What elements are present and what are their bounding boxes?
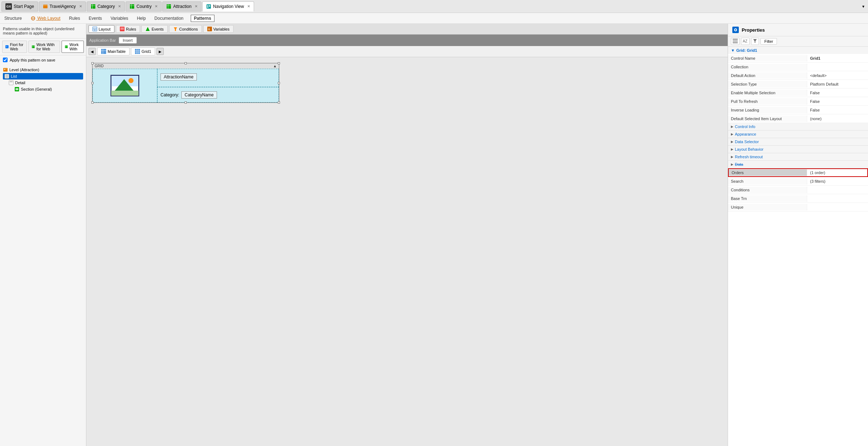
apply-save-checkbox[interactable] xyxy=(3,58,8,62)
tree-root[interactable]: Level (Attraction) xyxy=(3,67,83,73)
tab-bar: GX Start Page TravelAgency ✕ Category ✕ … xyxy=(0,0,868,13)
pattern-tab-wwweb[interactable]: Work With for Web xyxy=(28,41,60,53)
tab-category[interactable]: Category ✕ xyxy=(87,1,125,12)
layout-tab-conditions[interactable]: Conditions xyxy=(169,25,202,33)
handle-br[interactable] xyxy=(278,101,280,104)
prop-selection-type-value[interactable]: Platform Default xyxy=(807,81,868,87)
menu-help[interactable]: Help xyxy=(135,14,147,22)
section-control-info-header[interactable]: ▶ Control Info xyxy=(728,123,868,130)
prop-base-trn-value[interactable] xyxy=(807,197,868,200)
menu-bar: Structure Web Layout Rules Events Variab… xyxy=(0,13,868,24)
grid-attraction-cell: AttractionName xyxy=(157,69,279,87)
tab-navigation-view-close[interactable]: ✕ xyxy=(247,4,250,8)
prop-inverse-loading-value[interactable]: False xyxy=(807,107,868,113)
svg-rect-64 xyxy=(733,41,738,41)
menu-documentation[interactable]: Documentation xyxy=(153,14,185,22)
menu-web-layout[interactable]: Web Layout xyxy=(29,14,62,22)
tree-detail[interactable]: Detail xyxy=(3,79,83,86)
breadcrumb-grid1[interactable]: Grid1 xyxy=(131,47,155,55)
handle-tm[interactable] xyxy=(185,62,187,64)
prop-default-selected-value[interactable]: (none) xyxy=(807,115,868,122)
tree-section-general[interactable]: Section (General) xyxy=(3,86,83,92)
svg-text:Fi: Fi xyxy=(6,46,8,48)
section-refresh-timeout-header[interactable]: ▶ Refresh timeout xyxy=(728,153,868,160)
prop-search: Search (3 filters) xyxy=(728,177,868,186)
prop-enable-multi-value[interactable]: False xyxy=(807,90,868,96)
handle-ml[interactable] xyxy=(91,82,94,84)
tab-country[interactable]: Country ✕ xyxy=(126,1,162,12)
country-icon xyxy=(130,4,135,9)
menu-structure[interactable]: Structure xyxy=(3,14,23,22)
tree-list[interactable]: List xyxy=(3,73,83,79)
nav-view-icon xyxy=(206,4,211,9)
section-data-header[interactable]: ▶ Data xyxy=(728,161,868,168)
layout-tabs: Layout Rules Events Conditions & Variabl… xyxy=(86,24,728,35)
tab-attraction-close[interactable]: ✕ xyxy=(195,4,198,8)
handle-mr[interactable] xyxy=(278,82,280,84)
insert-button[interactable]: Insert xyxy=(119,37,137,44)
prop-inverse-loading-label: Inverse Loading xyxy=(728,107,807,113)
menu-patterns[interactable]: Patterns xyxy=(191,15,214,22)
prop-default-action-value[interactable]: <default> xyxy=(807,72,868,79)
section-appearance-header[interactable]: ▶ Appearance xyxy=(728,131,868,138)
placeholder-image-svg xyxy=(111,76,139,96)
menu-variables[interactable]: Variables xyxy=(109,14,130,22)
props-funnel-icon xyxy=(753,39,757,43)
pattern-tab-ww[interactable]: Work With xyxy=(62,41,84,53)
pattern-tab-fiori[interactable]: Fi Fiori for Web xyxy=(2,41,27,53)
section-layout-behavior: ▶ Layout Behavior xyxy=(728,146,868,153)
handle-bl[interactable] xyxy=(91,101,94,104)
tab-navigation-view[interactable]: Navigation View ✕ xyxy=(202,1,254,12)
prop-search-value[interactable]: (3 filters) xyxy=(807,178,868,185)
svg-rect-33 xyxy=(10,81,13,82)
prop-conditions-value[interactable] xyxy=(807,189,868,191)
category-name-field[interactable]: CategoryName xyxy=(181,91,217,99)
prop-unique-value[interactable] xyxy=(807,206,868,208)
prop-collection-value[interactable] xyxy=(807,66,868,68)
handle-bm[interactable] xyxy=(185,101,187,104)
nav-back-btn[interactable]: ◀ xyxy=(89,48,96,55)
grid-collapse-icon[interactable]: ▲ xyxy=(273,64,277,68)
props-filter-icon-btn[interactable] xyxy=(751,38,759,45)
tab-category-label: Category xyxy=(98,4,115,9)
tab-start-page[interactable]: GX Start Page xyxy=(1,1,38,12)
svg-rect-38 xyxy=(93,27,97,29)
app-bar-section: Application Bar Insert xyxy=(86,35,728,46)
prop-default-selected-label: Default Selected Item Layout xyxy=(728,115,807,122)
prop-pull-refresh-value[interactable]: False xyxy=(807,98,868,105)
handle-tr[interactable] xyxy=(278,62,280,64)
prop-pull-refresh: Pull To Refresh False xyxy=(728,97,868,106)
nav-forward-btn[interactable]: ▶ xyxy=(157,48,164,55)
prop-conditions: Conditions xyxy=(728,186,868,194)
props-list-btn[interactable] xyxy=(731,38,740,45)
tab-attraction[interactable]: Attraction ✕ xyxy=(162,1,202,12)
tree-section-icon xyxy=(14,87,19,92)
breadcrumb-grid1-label: Grid1 xyxy=(141,49,151,54)
props-grid1-header[interactable]: ▼ Grid: Grid1 xyxy=(728,47,868,54)
tab-travel-agency-close[interactable]: ✕ xyxy=(79,4,82,8)
layout-tab-layout[interactable]: Layout xyxy=(89,25,114,33)
section-data-selector-header[interactable]: ▶ Data Selector xyxy=(728,138,868,145)
menu-rules[interactable]: Rules xyxy=(68,14,82,22)
section-appearance-label: Appearance xyxy=(735,132,756,136)
layout-tab-variables[interactable]: & Variables xyxy=(203,25,234,33)
prop-control-name-value[interactable]: Grid1 xyxy=(807,55,868,62)
breadcrumb-maintable[interactable]: MainTable xyxy=(97,47,130,55)
svg-rect-22 xyxy=(65,45,68,48)
menu-events[interactable]: Events xyxy=(87,14,104,22)
prop-orders-value[interactable]: (1 order) xyxy=(807,169,867,176)
tab-travel-agency[interactable]: TravelAgency ✕ xyxy=(39,1,86,12)
section-layout-behavior-header[interactable]: ▶ Layout Behavior xyxy=(728,146,868,153)
layout-tab-rules[interactable]: Rules xyxy=(116,25,140,33)
properties-title: Properties xyxy=(742,27,765,33)
props-sort-btn[interactable]: AZ xyxy=(741,38,750,45)
attraction-name-field[interactable]: AttractionName xyxy=(161,73,197,81)
tab-country-close[interactable]: ✕ xyxy=(155,4,158,8)
tab-category-close[interactable]: ✕ xyxy=(118,4,121,8)
section-control-info: ▶ Control Info xyxy=(728,123,868,131)
layout-tab-events[interactable]: Events xyxy=(141,25,168,33)
tab-overflow-btn[interactable]: ▾ xyxy=(860,3,867,10)
image-placeholder xyxy=(110,75,139,96)
filter-btn[interactable]: Filter xyxy=(760,38,777,45)
handle-tl[interactable] xyxy=(91,62,94,64)
